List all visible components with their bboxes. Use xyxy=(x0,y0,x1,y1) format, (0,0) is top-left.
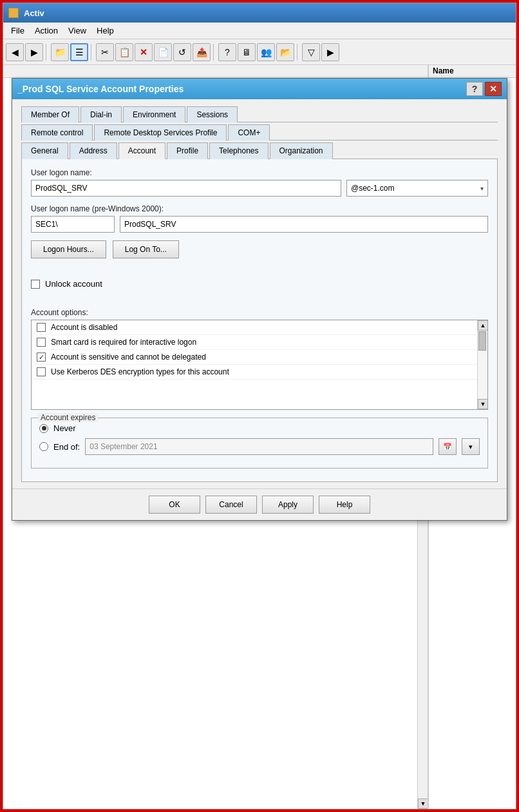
dialog-close-button[interactable]: ✕ xyxy=(485,82,502,96)
option-sensitive: Account is sensitive and cannot be deleg… xyxy=(32,350,487,365)
folder-open-button[interactable]: 📂 xyxy=(276,43,294,61)
logon-hours-button[interactable]: Logon Hours... xyxy=(31,240,106,258)
account-options-list: Account is disabled Smart card is requir… xyxy=(31,320,488,410)
dialog-buttons: OK Cancel Apply Help xyxy=(12,488,507,520)
copy-button[interactable]: 📋 xyxy=(115,43,133,61)
domain-value: @sec-1.com xyxy=(351,184,395,193)
dialog-overlay: _Prod SQL Service Account Properties ? ✕… xyxy=(3,65,516,809)
option-disabled: Account is disabled xyxy=(32,320,487,335)
filter-button[interactable]: ▽ xyxy=(302,43,320,61)
menu-file[interactable]: File xyxy=(6,24,30,37)
option-disabled-label: Account is disabled xyxy=(51,323,117,332)
options-scrollbar: ▲ ▼ xyxy=(477,320,487,409)
tab-environment[interactable]: Environment xyxy=(123,106,185,122)
tab-account[interactable]: Account xyxy=(118,142,165,159)
tab-sessions[interactable]: Sessions xyxy=(187,106,238,122)
title-bar: Activ xyxy=(3,3,516,23)
never-row: Never xyxy=(39,423,480,433)
dialog-help-button[interactable]: ? xyxy=(466,82,483,96)
unlock-label: Unlock account xyxy=(45,279,102,289)
date-input[interactable] xyxy=(85,438,433,455)
help-dialog-button[interactable]: Help xyxy=(319,496,370,514)
content-area: ▶ Technical Team ▼ Service Accounts ▶ 👤 … xyxy=(3,65,516,809)
option-smartcard-label: Smart card is required for interactive l… xyxy=(51,338,196,347)
export-button[interactable]: 📤 xyxy=(193,43,211,61)
options-scroll-up[interactable]: ▲ xyxy=(478,320,488,331)
date-dropdown-button[interactable]: ▾ xyxy=(462,438,480,455)
separator-4 xyxy=(297,44,299,61)
ok-button[interactable]: OK xyxy=(149,496,200,514)
unlock-checkbox[interactable] xyxy=(31,280,40,289)
separator-1 xyxy=(46,44,48,61)
title-bar-text: Activ xyxy=(24,8,511,18)
options-scroll-track xyxy=(478,331,487,399)
account-expires-group: Account expires Never End of: 📅 ▾ xyxy=(31,418,488,469)
properties-dialog: _Prod SQL Service Account Properties ? ✕… xyxy=(12,78,507,521)
tab-dial-in[interactable]: Dial-in xyxy=(80,106,122,122)
option-kerberos-checkbox[interactable] xyxy=(37,367,46,376)
cancel-button[interactable]: Cancel xyxy=(205,496,257,514)
tab-organization[interactable]: Organization xyxy=(270,142,333,159)
menu-action[interactable]: Action xyxy=(30,24,63,37)
help-button[interactable]: ? xyxy=(218,43,236,61)
title-bar-icon xyxy=(8,8,19,18)
end-of-radio[interactable] xyxy=(39,442,48,451)
pre2000-prefix-input[interactable] xyxy=(31,216,115,233)
tab-address[interactable]: Address xyxy=(70,142,117,159)
end-of-row: End of: 📅 ▾ xyxy=(39,438,480,455)
up-folder-button[interactable]: 📁 xyxy=(51,43,69,61)
select-arrow-icon: ▾ xyxy=(480,185,484,192)
cut-button[interactable]: ✂ xyxy=(96,43,114,61)
logon-label: User logon name: xyxy=(31,168,488,177)
connect-button[interactable]: 🖥 xyxy=(238,43,256,61)
option-smartcard: Smart card is required for interactive l… xyxy=(32,335,487,350)
account-options-label: Account options: xyxy=(31,308,488,317)
menu-bar: File Action View Help xyxy=(3,23,516,39)
logon-buttons-row: Logon Hours... Log On To... xyxy=(31,240,488,258)
dialog-title: _Prod SQL Service Account Properties xyxy=(17,84,466,94)
tab-general[interactable]: General xyxy=(21,142,68,159)
tab-telephones[interactable]: Telephones xyxy=(209,142,268,159)
main-window: Activ File Action View Help ◀ ▶ 📁 ☰ ✂ 📋 … xyxy=(3,3,516,809)
pre2000-label: User logon name (pre-Windows 2000): xyxy=(31,204,488,213)
menu-view[interactable]: View xyxy=(63,24,91,37)
end-of-label: End of: xyxy=(53,442,80,452)
users-button[interactable]: 👥 xyxy=(257,43,275,61)
properties-button[interactable]: 📄 xyxy=(154,43,172,61)
tab-member-of[interactable]: Member Of xyxy=(21,106,79,122)
option-smartcard-checkbox[interactable] xyxy=(37,338,46,347)
domain-select[interactable]: @sec-1.com ▾ xyxy=(346,180,488,197)
apply-button[interactable]: Apply xyxy=(262,496,314,514)
pre2000-value-input[interactable] xyxy=(120,216,488,233)
options-scroll-down[interactable]: ▼ xyxy=(478,399,488,409)
option-sensitive-label: Account is sensitive and cannot be deleg… xyxy=(51,353,206,362)
forward-button[interactable]: ▶ xyxy=(25,43,43,61)
dialog-content: Member Of Dial-in Environment Sessions R… xyxy=(12,99,507,488)
divider-1 xyxy=(31,269,488,278)
account-tab-content: User logon name: @sec-1.com ▾ User logon… xyxy=(21,159,498,482)
never-label: Never xyxy=(53,423,76,433)
logon-row: @sec-1.com ▾ xyxy=(31,180,488,197)
option-kerberos: Use Kerberos DES encryption types for th… xyxy=(32,365,487,380)
tab-remote-control[interactable]: Remote control xyxy=(21,124,93,140)
never-radio[interactable] xyxy=(39,424,48,433)
menu-help[interactable]: Help xyxy=(91,24,119,37)
logon-input[interactable] xyxy=(31,180,341,197)
more-button[interactable]: ▶ xyxy=(321,43,339,61)
tab-profile[interactable]: Profile xyxy=(167,142,208,159)
view-list-button[interactable]: ☰ xyxy=(70,43,88,61)
pre2000-row xyxy=(31,216,488,233)
options-scroll-thumb[interactable] xyxy=(478,331,486,351)
back-button[interactable]: ◀ xyxy=(6,43,24,61)
divider-2 xyxy=(31,299,488,308)
separator-2 xyxy=(91,44,93,61)
log-on-to-button[interactable]: Log On To... xyxy=(113,240,179,258)
toolbar: ◀ ▶ 📁 ☰ ✂ 📋 ✕ 📄 ↺ 📤 ? 🖥 👥 📂 ▽ ▶ xyxy=(3,39,516,65)
option-disabled-checkbox[interactable] xyxy=(37,323,46,332)
option-sensitive-checkbox[interactable] xyxy=(37,353,46,362)
delete-button[interactable]: ✕ xyxy=(135,43,153,61)
tab-rdp[interactable]: Remote Desktop Services Profile xyxy=(94,124,227,140)
date-picker-button[interactable]: 📅 xyxy=(439,438,457,455)
refresh-button[interactable]: ↺ xyxy=(173,43,191,61)
tab-com[interactable]: COM+ xyxy=(228,124,270,140)
